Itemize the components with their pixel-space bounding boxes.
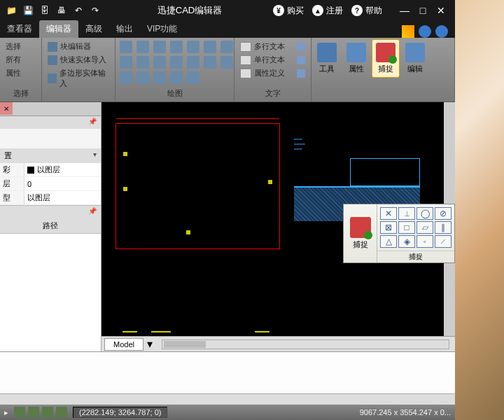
snap-node-icon[interactable]: □ (398, 221, 415, 234)
select-all-button[interactable]: 所有 (4, 54, 37, 66)
select-button[interactable]: 选择 (4, 41, 37, 52)
help-button[interactable]: ?帮助 (351, 5, 382, 17)
model-tab[interactable]: Model (104, 338, 144, 351)
quick-import-button[interactable]: 快速实体导入 (46, 54, 111, 66)
expand-icon[interactable] (297, 56, 305, 64)
buy-button[interactable]: ¥购买 (273, 5, 304, 17)
tab-advanced[interactable]: 高级 (78, 20, 109, 38)
prop-row-color[interactable]: 彩以图层 (0, 163, 101, 177)
wipeout-tool-icon[interactable] (170, 71, 183, 84)
print-icon[interactable]: 🖶 (56, 5, 67, 16)
redo-icon[interactable]: ↷ (90, 5, 101, 16)
refresh-icon[interactable] (419, 25, 431, 38)
pin-icon[interactable]: 📌 (88, 118, 97, 127)
point-tool-icon[interactable] (170, 56, 183, 69)
snap-center-icon[interactable]: ◯ (416, 207, 433, 220)
xline-tool-icon[interactable] (120, 71, 132, 84)
horizontal-scrollbar[interactable] (162, 340, 449, 349)
statusbar: ▸ (2282.149; 3264.787; 0) 9067.245 x 355… (0, 405, 455, 420)
image-tool-icon[interactable] (187, 71, 200, 84)
multiline-text-button[interactable]: 多行文本 (239, 41, 307, 52)
snap-perpendicular-icon[interactable]: ⟂ (398, 207, 415, 220)
cloud-tool-icon[interactable] (220, 56, 233, 69)
ray-tool-icon[interactable] (136, 71, 149, 84)
snap-intersection-icon[interactable]: ⊠ (380, 221, 397, 234)
status-arrow-icon[interactable]: ▸ (4, 408, 8, 417)
drawing-mark (186, 230, 190, 234)
prop-row-layer[interactable]: 层0 (0, 177, 101, 191)
line-tool-icon[interactable] (120, 41, 132, 53)
dim-tool-icon[interactable] (220, 41, 233, 53)
snap-insert-icon[interactable]: ◈ (398, 235, 415, 248)
minimize-button[interactable]: — (396, 4, 413, 18)
color-swatch (27, 167, 34, 174)
snap-endpoint-icon[interactable]: ✕ (380, 207, 397, 220)
tab-vip[interactable]: VIP功能 (140, 20, 184, 38)
undo-icon[interactable]: ↶ (73, 5, 84, 16)
snap-parallel-icon[interactable]: ∥ (435, 221, 451, 234)
spline-tool-icon[interactable] (153, 56, 166, 69)
register-button[interactable]: ▲注册 (312, 5, 343, 17)
save-icon[interactable]: 💾 (22, 5, 34, 16)
panel-path-label: 路径 (43, 220, 58, 231)
status-snap-toggle[interactable] (14, 407, 25, 418)
import-icon (48, 55, 57, 65)
attr-def-button[interactable]: 属性定义 (239, 67, 307, 79)
maximize-button[interactable]: □ (414, 4, 431, 18)
command-scrollbar[interactable] (0, 393, 455, 405)
panel-close-button[interactable]: ✕ (0, 102, 13, 115)
properties-button[interactable]: 属性 (342, 39, 370, 78)
workspace: ✕ 📌 置▾ 彩以图层 层0 型以图层 📌 路径 (0, 102, 455, 351)
snap-tangent-icon[interactable]: ⊘ (435, 207, 451, 220)
collapse-icon[interactable]: ▾ (93, 150, 97, 161)
snap-quadrant-icon[interactable]: ▱ (416, 221, 433, 234)
app-window: 📁 💾 🗄 🖶 ↶ ↷ 迅捷CAD编辑器 ¥购买 ▲注册 ?帮助 — □ ✕ 查… (0, 0, 455, 420)
status-polar-toggle[interactable] (56, 407, 67, 418)
select-properties-button[interactable]: 属性 (4, 67, 37, 79)
panel-section-label: 置 (4, 150, 12, 161)
region-tool-icon[interactable] (187, 56, 200, 69)
snap-nearest-icon[interactable]: ◦ (416, 235, 433, 248)
drawing-annotations: ▬▬▬▬▬▬▬▬▬▬ (122, 328, 270, 333)
tools-button[interactable]: 工具 (313, 39, 341, 78)
singleline-text-button[interactable]: 单行文本 (239, 54, 307, 66)
pin-icon[interactable]: 📌 (88, 207, 97, 217)
tab-viewer[interactable]: 查看器 (0, 20, 39, 38)
prop-row-type[interactable]: 型以图层 (0, 191, 101, 205)
tab-menu-icon[interactable]: ▾ (144, 337, 156, 351)
drawing-mark (268, 180, 272, 184)
circle-tool-icon[interactable] (120, 56, 132, 69)
model-space-bar: Model ▾ (102, 336, 455, 351)
hatch-tool-icon[interactable] (204, 41, 216, 53)
block-editor-button[interactable]: 块编辑器 (46, 41, 111, 52)
ribbon-group-draw-label: 绘图 (120, 87, 230, 99)
tab-output[interactable]: 输出 (109, 20, 140, 38)
ellipse-tool-icon[interactable] (136, 56, 149, 69)
pen-icon[interactable] (402, 25, 414, 38)
snap-popup-footer: 捕捉 (377, 251, 454, 262)
polygon-input-button[interactable]: 多边形实体输入 (46, 67, 111, 90)
help-icon[interactable] (435, 25, 448, 38)
command-area[interactable] (0, 351, 455, 393)
snap-popup-icon (350, 217, 371, 238)
table-tool-icon[interactable] (204, 56, 216, 69)
tab-editor[interactable]: 编辑器 (39, 20, 78, 38)
close-button[interactable]: ✕ (433, 4, 449, 18)
rect-tool-icon[interactable] (153, 41, 166, 53)
snap-midpoint-icon[interactable]: △ (380, 235, 397, 248)
snap-button[interactable]: 捕捉 (372, 39, 400, 78)
polyline-tool-icon[interactable] (136, 41, 149, 53)
edit-button[interactable]: 编辑 (401, 39, 429, 78)
status-ortho-toggle[interactable] (42, 407, 53, 418)
folder-icon[interactable]: 📁 (6, 5, 17, 16)
arc-tool-icon[interactable] (170, 41, 183, 53)
expand-icon[interactable] (297, 43, 305, 51)
donut-tool-icon[interactable] (153, 71, 166, 84)
ribbon-group-select-label: 选择 (4, 87, 37, 99)
snap-extension-icon[interactable]: ⟋ (435, 235, 451, 248)
expand-icon[interactable] (297, 69, 305, 78)
status-grid-toggle[interactable] (28, 407, 39, 418)
block-icon (48, 42, 57, 52)
grid-tool-icon[interactable] (187, 41, 200, 53)
save-all-icon[interactable]: 🗄 (39, 5, 50, 16)
